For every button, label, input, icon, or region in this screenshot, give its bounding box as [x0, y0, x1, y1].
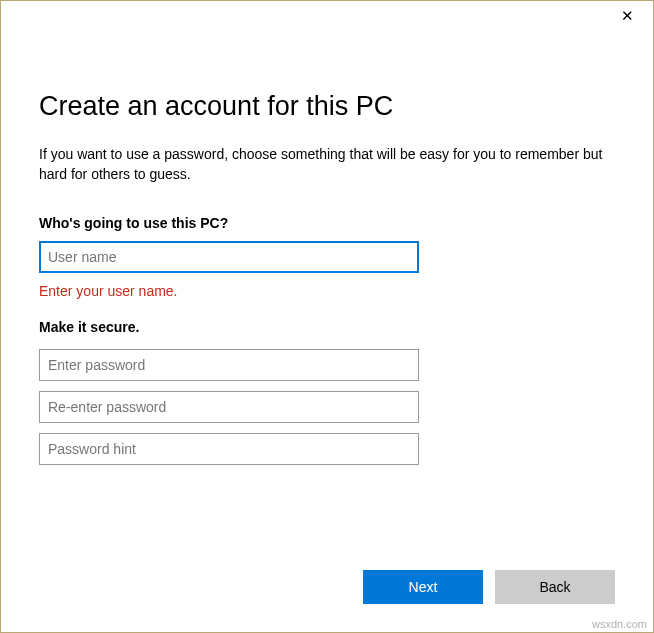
username-input[interactable] [39, 241, 419, 273]
reenter-password-input[interactable] [39, 391, 419, 423]
user-section: Who's going to use this PC? Enter your u… [39, 215, 615, 299]
titlebar: ✕ [1, 1, 653, 31]
dialog-window: ✕ Create an account for this PC If you w… [0, 0, 654, 633]
content-area: Create an account for this PC If you wan… [1, 31, 653, 562]
password-input[interactable] [39, 349, 419, 381]
username-error: Enter your user name. [39, 283, 615, 299]
password-hint-input[interactable] [39, 433, 419, 465]
page-title: Create an account for this PC [39, 91, 615, 122]
close-button[interactable]: ✕ [615, 4, 639, 28]
secure-section: Make it secure. [39, 319, 615, 465]
footer: Next Back [1, 562, 653, 632]
back-button[interactable]: Back [495, 570, 615, 604]
secure-section-label: Make it secure. [39, 319, 615, 335]
user-section-label: Who's going to use this PC? [39, 215, 615, 231]
next-button[interactable]: Next [363, 570, 483, 604]
page-description: If you want to use a password, choose so… [39, 144, 615, 185]
close-icon: ✕ [621, 7, 634, 25]
